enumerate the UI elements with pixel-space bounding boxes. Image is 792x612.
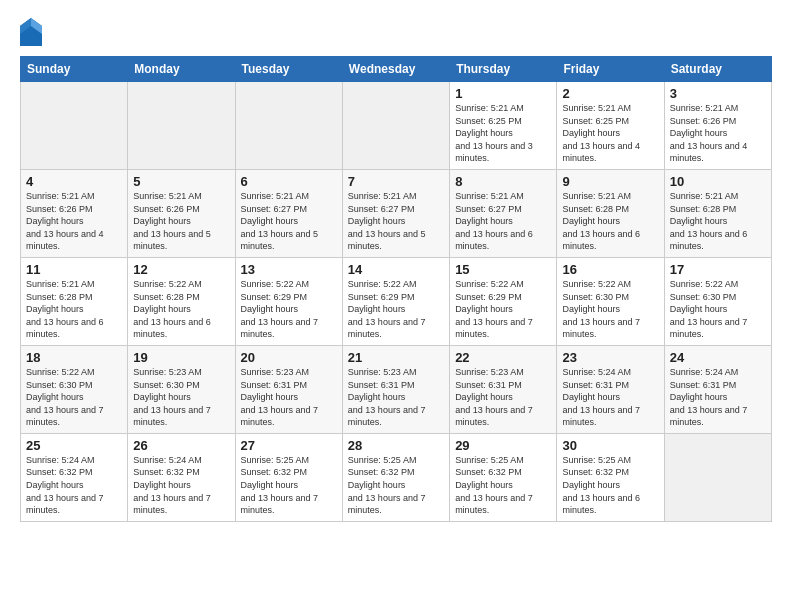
day-number: 20: [241, 350, 337, 365]
header: [20, 18, 772, 46]
day-number: 11: [26, 262, 122, 277]
calendar-cell: 27 Sunrise: 5:25 AMSunset: 6:32 PMDaylig…: [235, 433, 342, 521]
calendar-cell: 15 Sunrise: 5:22 AMSunset: 6:29 PMDaylig…: [450, 257, 557, 345]
day-number: 14: [348, 262, 444, 277]
day-number: 18: [26, 350, 122, 365]
day-number: 26: [133, 438, 229, 453]
calendar-cell: 1 Sunrise: 5:21 AMSunset: 6:25 PMDayligh…: [450, 82, 557, 170]
calendar-cell: 26 Sunrise: 5:24 AMSunset: 6:32 PMDaylig…: [128, 433, 235, 521]
day-number: 5: [133, 174, 229, 189]
day-number: 30: [562, 438, 658, 453]
day-detail: Sunrise: 5:21 AMSunset: 6:26 PMDaylight …: [670, 103, 748, 163]
day-detail: Sunrise: 5:22 AMSunset: 6:30 PMDaylight …: [670, 279, 748, 339]
calendar-cell: [342, 82, 449, 170]
calendar-cell: 23 Sunrise: 5:24 AMSunset: 6:31 PMDaylig…: [557, 345, 664, 433]
calendar-cell: [235, 82, 342, 170]
day-detail: Sunrise: 5:25 AMSunset: 6:32 PMDaylight …: [562, 455, 640, 515]
day-detail: Sunrise: 5:25 AMSunset: 6:32 PMDaylight …: [455, 455, 533, 515]
calendar-week-1: 1 Sunrise: 5:21 AMSunset: 6:25 PMDayligh…: [21, 82, 772, 170]
day-detail: Sunrise: 5:21 AMSunset: 6:25 PMDaylight …: [562, 103, 640, 163]
day-detail: Sunrise: 5:21 AMSunset: 6:25 PMDaylight …: [455, 103, 533, 163]
day-detail: Sunrise: 5:21 AMSunset: 6:28 PMDaylight …: [26, 279, 104, 339]
day-number: 27: [241, 438, 337, 453]
day-number: 3: [670, 86, 766, 101]
weekday-header-wednesday: Wednesday: [342, 57, 449, 82]
calendar-cell: [664, 433, 771, 521]
day-detail: Sunrise: 5:23 AMSunset: 6:31 PMDaylight …: [455, 367, 533, 427]
day-detail: Sunrise: 5:21 AMSunset: 6:27 PMDaylight …: [348, 191, 426, 251]
calendar-cell: [128, 82, 235, 170]
day-number: 7: [348, 174, 444, 189]
calendar-cell: 6 Sunrise: 5:21 AMSunset: 6:27 PMDayligh…: [235, 169, 342, 257]
calendar-cell: 24 Sunrise: 5:24 AMSunset: 6:31 PMDaylig…: [664, 345, 771, 433]
day-detail: Sunrise: 5:22 AMSunset: 6:29 PMDaylight …: [348, 279, 426, 339]
calendar-table: SundayMondayTuesdayWednesdayThursdayFrid…: [20, 56, 772, 522]
calendar-week-4: 18 Sunrise: 5:22 AMSunset: 6:30 PMDaylig…: [21, 345, 772, 433]
weekday-header-monday: Monday: [128, 57, 235, 82]
day-number: 6: [241, 174, 337, 189]
day-detail: Sunrise: 5:25 AMSunset: 6:32 PMDaylight …: [348, 455, 426, 515]
calendar-week-2: 4 Sunrise: 5:21 AMSunset: 6:26 PMDayligh…: [21, 169, 772, 257]
weekday-header-friday: Friday: [557, 57, 664, 82]
calendar-cell: 18 Sunrise: 5:22 AMSunset: 6:30 PMDaylig…: [21, 345, 128, 433]
day-detail: Sunrise: 5:21 AMSunset: 6:26 PMDaylight …: [26, 191, 104, 251]
page: SundayMondayTuesdayWednesdayThursdayFrid…: [0, 0, 792, 612]
calendar-cell: 5 Sunrise: 5:21 AMSunset: 6:26 PMDayligh…: [128, 169, 235, 257]
day-detail: Sunrise: 5:21 AMSunset: 6:27 PMDaylight …: [241, 191, 319, 251]
calendar-cell: 7 Sunrise: 5:21 AMSunset: 6:27 PMDayligh…: [342, 169, 449, 257]
day-number: 22: [455, 350, 551, 365]
day-number: 29: [455, 438, 551, 453]
day-number: 28: [348, 438, 444, 453]
calendar-header-row: SundayMondayTuesdayWednesdayThursdayFrid…: [21, 57, 772, 82]
day-detail: Sunrise: 5:22 AMSunset: 6:29 PMDaylight …: [241, 279, 319, 339]
day-number: 19: [133, 350, 229, 365]
calendar-cell: 14 Sunrise: 5:22 AMSunset: 6:29 PMDaylig…: [342, 257, 449, 345]
day-detail: Sunrise: 5:25 AMSunset: 6:32 PMDaylight …: [241, 455, 319, 515]
day-detail: Sunrise: 5:22 AMSunset: 6:30 PMDaylight …: [26, 367, 104, 427]
calendar-cell: 2 Sunrise: 5:21 AMSunset: 6:25 PMDayligh…: [557, 82, 664, 170]
day-detail: Sunrise: 5:21 AMSunset: 6:27 PMDaylight …: [455, 191, 533, 251]
day-number: 13: [241, 262, 337, 277]
day-number: 12: [133, 262, 229, 277]
day-detail: Sunrise: 5:24 AMSunset: 6:31 PMDaylight …: [670, 367, 748, 427]
logo: [20, 18, 46, 46]
calendar-cell: 3 Sunrise: 5:21 AMSunset: 6:26 PMDayligh…: [664, 82, 771, 170]
day-number: 16: [562, 262, 658, 277]
calendar-cell: 4 Sunrise: 5:21 AMSunset: 6:26 PMDayligh…: [21, 169, 128, 257]
calendar-cell: 29 Sunrise: 5:25 AMSunset: 6:32 PMDaylig…: [450, 433, 557, 521]
calendar-week-3: 11 Sunrise: 5:21 AMSunset: 6:28 PMDaylig…: [21, 257, 772, 345]
weekday-header-tuesday: Tuesday: [235, 57, 342, 82]
weekday-header-sunday: Sunday: [21, 57, 128, 82]
calendar-cell: 9 Sunrise: 5:21 AMSunset: 6:28 PMDayligh…: [557, 169, 664, 257]
day-number: 24: [670, 350, 766, 365]
day-number: 15: [455, 262, 551, 277]
day-detail: Sunrise: 5:24 AMSunset: 6:32 PMDaylight …: [26, 455, 104, 515]
day-detail: Sunrise: 5:22 AMSunset: 6:29 PMDaylight …: [455, 279, 533, 339]
day-detail: Sunrise: 5:22 AMSunset: 6:28 PMDaylight …: [133, 279, 211, 339]
calendar-cell: 20 Sunrise: 5:23 AMSunset: 6:31 PMDaylig…: [235, 345, 342, 433]
day-detail: Sunrise: 5:23 AMSunset: 6:31 PMDaylight …: [348, 367, 426, 427]
day-number: 4: [26, 174, 122, 189]
day-detail: Sunrise: 5:21 AMSunset: 6:26 PMDaylight …: [133, 191, 211, 251]
day-detail: Sunrise: 5:24 AMSunset: 6:31 PMDaylight …: [562, 367, 640, 427]
day-number: 9: [562, 174, 658, 189]
day-number: 2: [562, 86, 658, 101]
day-detail: Sunrise: 5:24 AMSunset: 6:32 PMDaylight …: [133, 455, 211, 515]
calendar-cell: [21, 82, 128, 170]
calendar-cell: 30 Sunrise: 5:25 AMSunset: 6:32 PMDaylig…: [557, 433, 664, 521]
day-number: 8: [455, 174, 551, 189]
day-number: 23: [562, 350, 658, 365]
calendar-cell: 25 Sunrise: 5:24 AMSunset: 6:32 PMDaylig…: [21, 433, 128, 521]
calendar-cell: 19 Sunrise: 5:23 AMSunset: 6:30 PMDaylig…: [128, 345, 235, 433]
day-number: 17: [670, 262, 766, 277]
weekday-header-saturday: Saturday: [664, 57, 771, 82]
calendar-week-5: 25 Sunrise: 5:24 AMSunset: 6:32 PMDaylig…: [21, 433, 772, 521]
day-number: 1: [455, 86, 551, 101]
day-number: 10: [670, 174, 766, 189]
calendar-cell: 10 Sunrise: 5:21 AMSunset: 6:28 PMDaylig…: [664, 169, 771, 257]
calendar-cell: 22 Sunrise: 5:23 AMSunset: 6:31 PMDaylig…: [450, 345, 557, 433]
calendar-cell: 8 Sunrise: 5:21 AMSunset: 6:27 PMDayligh…: [450, 169, 557, 257]
day-detail: Sunrise: 5:23 AMSunset: 6:30 PMDaylight …: [133, 367, 211, 427]
day-detail: Sunrise: 5:21 AMSunset: 6:28 PMDaylight …: [670, 191, 748, 251]
logo-icon: [20, 18, 42, 46]
